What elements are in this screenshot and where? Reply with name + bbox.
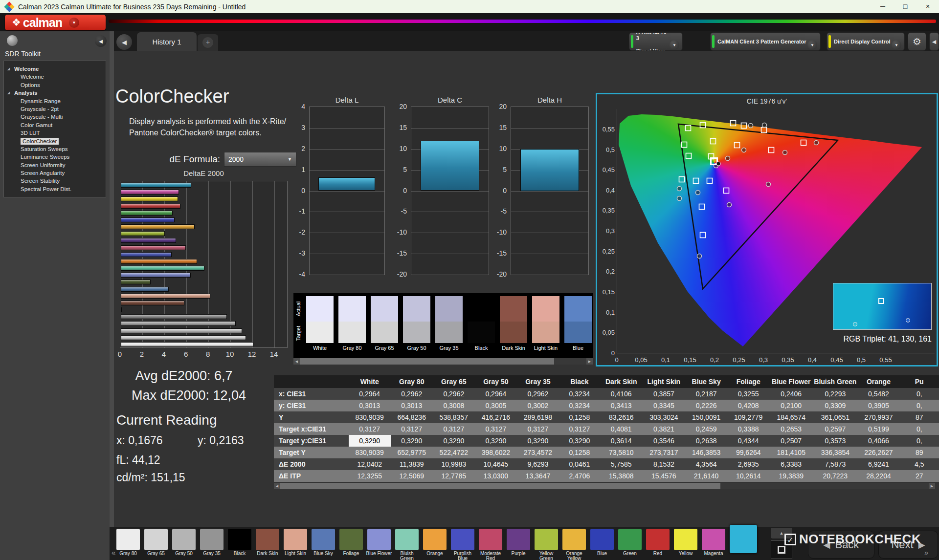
table-cell[interactable]: 0,0461	[559, 458, 600, 470]
table-cell[interactable]: 0,	[899, 435, 939, 447]
table-cell[interactable]: 0,4106	[600, 388, 643, 400]
tree-item-colorchecker[interactable]: ColorChecker	[4, 137, 106, 145]
table-cell[interactable]: 0,3234	[559, 400, 600, 411]
table-cell[interactable]: 0,3290	[391, 435, 433, 447]
tree-item-screen-uniformity[interactable]: Screen Uniformity	[4, 161, 106, 169]
table-cell[interactable]: 0,2226	[685, 400, 727, 411]
table-cell[interactable]: 0,3573	[813, 435, 857, 447]
pattern-generator-dropdown[interactable]: CalMAN Client 3 Pattern Generator ▼	[710, 32, 821, 51]
palette-chip-cyan[interactable]	[730, 525, 757, 553]
table-cell[interactable]: 0,3127	[475, 423, 517, 435]
table-cell[interactable]: 0,2962	[391, 388, 433, 400]
table-cell[interactable]: 0,2459	[685, 423, 727, 435]
tree-item-screen-angularity[interactable]: Screen Angularity	[4, 169, 106, 177]
table-cell[interactable]: 146,3853	[685, 447, 727, 458]
table-cell[interactable]: 8,1532	[643, 458, 685, 470]
table-cell[interactable]: 0,2962	[517, 388, 559, 400]
palette-chip-orange[interactable]	[423, 529, 447, 550]
palette-chip-gray-65[interactable]	[144, 529, 168, 550]
table-cell[interactable]: 0,3345	[643, 400, 685, 411]
table-cell[interactable]: 0,2964	[349, 388, 391, 400]
table-cell[interactable]: 0,2406	[769, 388, 813, 400]
table-cell[interactable]: 4,5	[899, 458, 939, 470]
table-cell[interactable]: 28,2204	[857, 470, 899, 482]
calman-menu-button[interactable]: ❖ calman ▼	[5, 15, 106, 30]
table-cell[interactable]: 0,3008	[433, 400, 475, 411]
table-cell[interactable]: 664,8236	[391, 411, 433, 423]
scrollbar-thumb[interactable]	[280, 483, 720, 489]
table-cell[interactable]: 5,7585	[600, 458, 643, 470]
table-cell[interactable]: 273,7317	[643, 447, 685, 458]
tree-item-grayscale-2pt[interactable]: Grayscale - 2pt	[4, 105, 106, 113]
table-cell[interactable]: 10,4645	[475, 458, 517, 470]
display-control-dropdown[interactable]: Direct Display Control ▼	[827, 32, 905, 51]
table-cell[interactable]: 6,9241	[857, 458, 899, 470]
table-cell[interactable]: 87	[899, 411, 939, 423]
table-scrollbar[interactable]: ◀ ▶	[274, 483, 935, 489]
palette-chip-black[interactable]	[228, 529, 251, 550]
scroll-left-icon[interactable]: ◀	[293, 358, 300, 365]
tree-item-options[interactable]: Options	[4, 81, 106, 89]
scroll-right-icon[interactable]: ▶	[929, 483, 935, 489]
table-cell[interactable]: 12,7785	[433, 470, 475, 482]
tree-item-luminance-sweeps[interactable]: Luminance Sweeps	[4, 153, 106, 161]
table-cell[interactable]: 11,3839	[391, 458, 433, 470]
tree-item-spectral-power-dist-[interactable]: Spectral Power Dist.	[4, 185, 106, 193]
table-cell[interactable]: 0,3127	[559, 423, 600, 435]
add-tab-button[interactable]: +	[198, 34, 218, 51]
table-cell[interactable]: 226,2627	[857, 447, 899, 458]
table-cell[interactable]: 0,1258	[559, 411, 600, 423]
close-button[interactable]: ×	[917, 0, 939, 13]
palette-scroll-right-icon[interactable]: »	[924, 548, 928, 557]
table-cell[interactable]: 2,4706	[559, 470, 600, 482]
table-cell[interactable]: 0,2293	[813, 388, 857, 400]
table-cell[interactable]: 4,3564	[685, 458, 727, 470]
tree-item-welcome[interactable]: Welcome	[4, 73, 106, 81]
table-cell[interactable]: 0,3127	[517, 423, 559, 435]
de-formula-dropdown[interactable]: 2000 ▼	[224, 152, 296, 167]
table-cell[interactable]: 830,9039	[349, 411, 391, 423]
table-cell[interactable]: 0,4344	[727, 435, 769, 447]
table-cell[interactable]: 150,0091	[685, 411, 727, 423]
table-cell[interactable]: 273,4572	[517, 447, 559, 458]
palette-chip-light-skin[interactable]	[284, 529, 307, 550]
table-cell[interactable]: 0,2653	[769, 423, 813, 435]
collapse-panel-button[interactable]: ◀	[929, 32, 939, 51]
table-cell[interactable]: 0,3821	[643, 423, 685, 435]
expander-icon[interactable]: ◢	[7, 65, 10, 73]
palette-chip-blue-flower[interactable]	[367, 529, 391, 550]
table-cell[interactable]: 0,3614	[600, 435, 643, 447]
table-cell[interactable]: 181,4105	[769, 447, 813, 458]
scrollbar-thumb[interactable]	[300, 358, 554, 365]
palette-chip-green[interactable]	[618, 529, 642, 550]
tree-item-dynamic-range[interactable]: Dynamic Range	[4, 97, 106, 105]
palette-chip-yellow-green[interactable]	[535, 529, 558, 550]
table-cell[interactable]: 184,6574	[769, 411, 813, 423]
expander-icon[interactable]: ◢	[7, 89, 10, 97]
collapse-left-icon[interactable]: ◀	[116, 34, 132, 50]
table-cell[interactable]: 398,6022	[475, 447, 517, 458]
table-cell[interactable]: 0,2507	[769, 435, 813, 447]
tree-item-welcome[interactable]: ◢Welcome	[4, 65, 106, 73]
table-cell[interactable]: 361,0651	[813, 411, 857, 423]
table-cell[interactable]: 0,2187	[685, 388, 727, 400]
table-cell[interactable]: 538,8357	[433, 411, 475, 423]
table-cell[interactable]: 2,6935	[727, 458, 769, 470]
table-cell[interactable]: 270,9937	[857, 411, 899, 423]
palette-chip-foliage[interactable]	[339, 529, 363, 550]
table-cell[interactable]: 0,	[899, 400, 939, 411]
table-cell[interactable]: 0,2100	[769, 400, 813, 411]
table-cell[interactable]: 73,5810	[600, 447, 643, 458]
palette-chip-purplish-blue[interactable]	[451, 529, 474, 550]
palette-chip-orange-yellow[interactable]	[562, 529, 586, 550]
table-cell[interactable]: 19,3839	[769, 470, 813, 482]
table-cell[interactable]: 9,6293	[517, 458, 559, 470]
table-cell[interactable]: 15,3808	[600, 470, 643, 482]
table-cell[interactable]: 0,3388	[727, 423, 769, 435]
minimize-button[interactable]: ─	[872, 0, 894, 13]
sidebar-handle-icon[interactable]	[7, 35, 18, 46]
tree-item-grayscale-multi[interactable]: Grayscale - Multi	[4, 113, 106, 121]
table-cell[interactable]: 0,3255	[727, 388, 769, 400]
table-cell[interactable]: 652,9775	[391, 447, 433, 458]
cie-1976-panel[interactable]: CIE 1976 u'v' 00,050,10,150,20,250,30,35…	[596, 93, 938, 366]
